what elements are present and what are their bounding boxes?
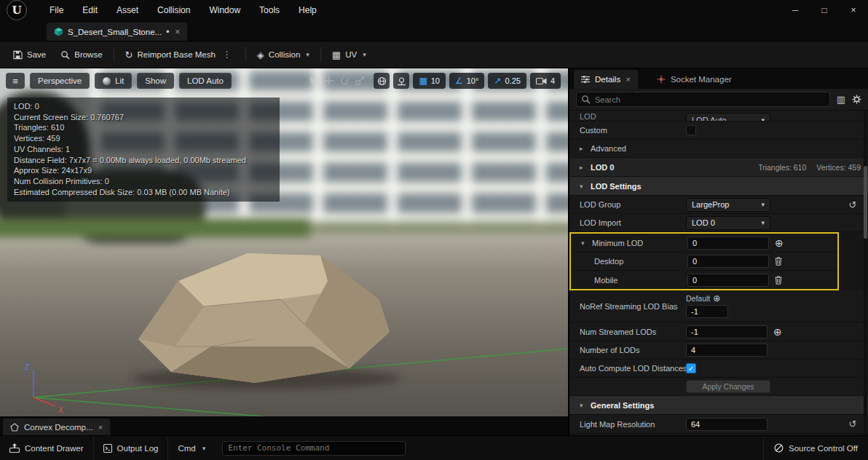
menu-tools[interactable]: Tools	[250, 0, 289, 20]
mobile-lod-input[interactable]	[687, 274, 769, 287]
world-coordinate-button[interactable]	[374, 73, 390, 89]
unreal-logo-glyph: U	[12, 4, 21, 17]
collision-icon: ◈	[257, 50, 264, 60]
collision-menu-button[interactable]: ◈ Collision ▾	[250, 45, 317, 64]
source-control-off-icon	[774, 443, 784, 453]
general-settings-header[interactable]: ▾General Settings	[569, 396, 868, 415]
chevron-down-icon: ▾	[304, 51, 309, 58]
num-streamed-input[interactable]	[686, 325, 768, 338]
output-log-button[interactable]: Output Log	[94, 436, 169, 460]
lod-import-dropdown[interactable]: LOD 0▾	[686, 216, 770, 230]
apply-changes-button[interactable]: Apply Changes	[686, 380, 770, 393]
convex-tab-label: Convex Decomp...	[24, 423, 93, 432]
surface-snap-button[interactable]	[393, 73, 409, 89]
lod0-header[interactable]: ▸LOD 0 Triangles: 610 Vertices: 459	[569, 158, 868, 177]
add-override-icon[interactable]: ⊕	[775, 238, 784, 248]
scrollbar-thumb[interactable]	[864, 166, 867, 239]
tab-close-icon[interactable]: ×	[626, 75, 631, 84]
tab-close-icon[interactable]: ×	[98, 423, 103, 432]
noref-bias-input[interactable]	[686, 305, 728, 318]
rotation-snap-control[interactable]: ∠ 10°	[449, 73, 484, 89]
property-row-number-of-lods: Number of LODs	[569, 341, 868, 360]
light-map-resolution-input[interactable]	[686, 418, 768, 431]
save-button[interactable]: Save	[6, 45, 53, 64]
close-icon[interactable]: ×	[839, 0, 868, 20]
lod-auto-button[interactable]: LOD Auto	[179, 73, 232, 89]
reset-icon[interactable]: ↺	[849, 199, 857, 210]
hamburger-icon: ≡	[12, 76, 18, 87]
custom-checkbox[interactable]	[686, 125, 696, 135]
lod-group-dropdown[interactable]: LargeProp▾	[686, 198, 770, 212]
toolbar-separator	[245, 47, 246, 62]
stat-line: Estimated Compressed Disk Size: 0.03 MB …	[14, 187, 273, 198]
lit-button[interactable]: Lit	[95, 73, 132, 89]
gear-icon[interactable]	[852, 95, 861, 104]
chevron-down-icon[interactable]: ▾	[581, 239, 588, 247]
chevron-right-icon[interactable]: ▸	[580, 145, 586, 152]
lod-dropdown[interactable]: LOD Auto▾	[686, 113, 770, 122]
add-override-icon[interactable]: ⊕	[713, 294, 720, 303]
property-row-num-streamed-lods: Num Streamed LODs ⊕	[569, 322, 868, 341]
surface-snap-icon	[397, 76, 406, 86]
menu-file[interactable]: File	[40, 0, 73, 20]
menu-window[interactable]: Window	[200, 0, 250, 20]
console-command-input[interactable]	[222, 441, 406, 456]
viewport-3d[interactable]: Z X LOD: 0 Current Screen Size: 0.760767…	[0, 68, 568, 416]
modified-dot-icon: •	[166, 27, 169, 37]
tab-details[interactable]: Details ×	[574, 70, 638, 89]
mesh-stats-overlay: LOD: 0 Current Screen Size: 0.760767 Tri…	[7, 98, 280, 202]
content-drawer-button[interactable]: Content Drawer	[0, 436, 94, 460]
socket-manager-icon	[657, 75, 666, 84]
tab-socket-manager[interactable]: Socket Manager	[650, 70, 739, 89]
convex-decomposition-tab[interactable]: Convex Decomp... ×	[3, 419, 110, 435]
scale-snap-control[interactable]: ↗ 0.25	[488, 73, 526, 89]
perspective-button[interactable]: Perspective	[30, 73, 90, 89]
chevron-down-icon[interactable]: ▾	[580, 183, 586, 190]
camera-speed-icon	[536, 77, 547, 85]
show-button[interactable]: Show	[137, 73, 174, 89]
lod-settings-header[interactable]: ▾LOD Settings	[569, 177, 868, 196]
desktop-lod-input[interactable]	[687, 255, 769, 268]
asset-tab[interactable]: S_Desert_Small_Stone... • ×	[47, 23, 187, 41]
add-override-icon[interactable]: ⊕	[773, 327, 782, 337]
viewport-toolbar-right: ▦ 10 ∠ 10° ↗ 0.25 4	[309, 73, 561, 89]
unreal-logo-icon: U	[7, 0, 27, 20]
minimum-lod-input[interactable]	[687, 237, 769, 250]
minimize-icon[interactable]: ─	[781, 0, 810, 20]
details-tab-bar: Details × Socket Manager	[569, 68, 868, 89]
mobile-label: Mobile	[594, 276, 618, 285]
chevron-down-icon[interactable]: ▾	[580, 402, 586, 409]
number-of-lods-input[interactable]	[686, 344, 768, 357]
maximize-icon[interactable]: □	[810, 0, 839, 20]
uv-menu-button[interactable]: ▦ UV ▾	[325, 45, 374, 64]
camera-speed-control[interactable]: 4	[530, 73, 561, 89]
search-input[interactable]	[576, 92, 830, 107]
auto-compute-checkbox[interactable]: ✓	[686, 363, 696, 373]
num-streamed-label: Num Streamed LODs	[580, 328, 656, 336]
desktop-label: Desktop	[594, 257, 623, 266]
display-filter-icon[interactable]: ▥	[837, 95, 845, 104]
grid-snap-control[interactable]: ▦ 10	[413, 73, 446, 89]
uv-label: UV	[345, 50, 357, 59]
trash-icon[interactable]	[775, 257, 782, 266]
trash-icon[interactable]	[775, 276, 782, 285]
viewport-menu-button[interactable]: ≡	[6, 73, 25, 89]
cmd-dropdown-button[interactable]: Cmd ▾	[168, 436, 215, 460]
tab-close-icon[interactable]: ×	[173, 27, 180, 37]
browse-button[interactable]: Browse	[53, 45, 109, 64]
reimport-base-mesh-button[interactable]: ↻ Reimport Base Mesh ⋮	[118, 45, 242, 64]
source-control-button[interactable]: Source Control Off	[763, 436, 868, 460]
menu-asset[interactable]: Asset	[107, 0, 148, 20]
convex-hull-icon	[10, 423, 19, 432]
asset-tab-bar: S_Desert_Small_Stone... • ×	[0, 20, 868, 41]
select-icon	[309, 76, 318, 85]
menu-collision[interactable]: Collision	[148, 0, 200, 20]
reset-icon[interactable]: ↺	[849, 419, 857, 429]
minimum-lod-highlight-box: ▾Minimum LOD ⊕ Desktop Mobile	[569, 232, 839, 290]
reimport-options-icon[interactable]: ⋮	[220, 49, 234, 60]
chevron-right-icon[interactable]: ▸	[580, 164, 586, 171]
menu-edit[interactable]: Edit	[73, 0, 107, 20]
property-row-lod-group: LOD Group LargeProp▾ ↺	[569, 196, 868, 214]
property-row-advanced: ▸Advanced	[569, 140, 868, 158]
menu-help[interactable]: Help	[289, 0, 326, 20]
